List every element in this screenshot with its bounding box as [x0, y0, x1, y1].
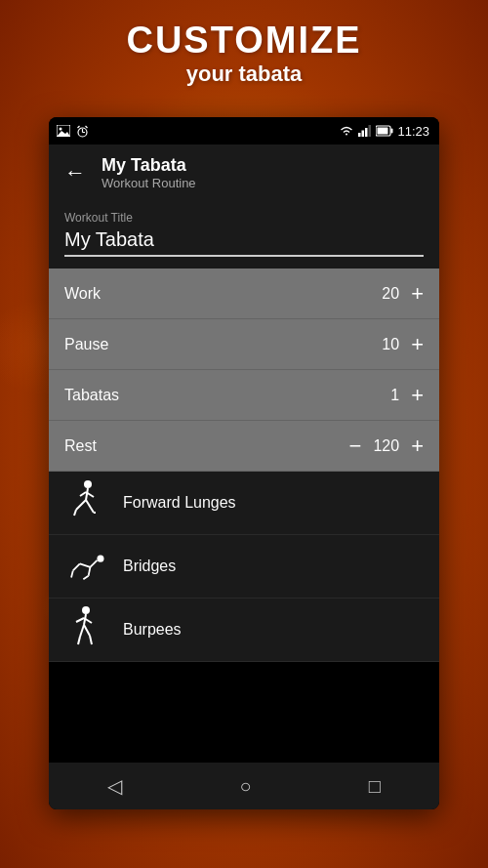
svg-rect-11 [369, 125, 372, 137]
app-bar-title: My Tabata [102, 155, 196, 176]
svg-line-25 [80, 563, 91, 567]
battery-icon [376, 125, 393, 137]
exercise-name-bridges: Bridges [123, 558, 176, 575]
bridges-icon [64, 545, 107, 588]
svg-rect-8 [358, 133, 361, 137]
rest-minus-button[interactable]: − [349, 434, 362, 459]
svg-rect-10 [365, 128, 368, 137]
rest-row: Rest − 120 + [49, 421, 439, 472]
app-bar-titles: My Tabata Workout Routine [102, 155, 196, 190]
svg-line-20 [76, 500, 86, 510]
exercise-name-burpees: Burpees [123, 621, 182, 639]
tabatas-plus-button[interactable]: + [411, 385, 424, 406]
exercise-item-burpees[interactable]: Burpees [49, 599, 439, 662]
nav-home-button[interactable]: ○ [239, 775, 251, 798]
svg-line-19 [86, 500, 94, 513]
svg-line-35 [84, 625, 90, 636]
status-bar-right: 11:23 [339, 124, 429, 139]
exercise-item-lunges[interactable]: Forward Lunges [49, 472, 439, 535]
svg-marker-2 [57, 131, 70, 137]
settings-section: Work 20 + Pause 10 + Tabatas 1 + Rest − [49, 269, 439, 472]
svg-rect-9 [362, 131, 365, 138]
hero-subtitle: your tabata [0, 62, 488, 87]
exercise-item-bridges[interactable]: Bridges [49, 535, 439, 599]
svg-point-1 [60, 128, 62, 131]
lunges-icon [64, 481, 107, 524]
pause-value: 10 [376, 336, 399, 353]
svg-rect-13 [378, 128, 388, 135]
back-button[interactable]: ← [64, 160, 86, 186]
title-section: Workout Title [49, 201, 439, 269]
app-bar-subtitle: Workout Routine [102, 176, 196, 190]
status-bar-left [57, 125, 89, 138]
tabatas-controls: 1 + [376, 385, 424, 406]
nav-back-button[interactable]: ◁ [107, 774, 122, 798]
workout-title-input[interactable] [64, 228, 424, 257]
wifi-icon [339, 125, 354, 137]
svg-point-23 [97, 555, 103, 561]
svg-rect-14 [391, 129, 393, 134]
work-controls: 20 + [376, 283, 424, 305]
signal-icon [358, 125, 372, 137]
svg-line-37 [90, 636, 92, 644]
work-plus-button[interactable]: + [411, 283, 424, 305]
pause-plus-button[interactable]: + [411, 334, 424, 355]
svg-line-34 [80, 625, 84, 637]
rest-value: 120 [373, 437, 399, 455]
rest-label: Rest [64, 437, 97, 455]
burpees-icon [64, 608, 107, 651]
svg-point-30 [82, 606, 90, 614]
pause-label: Pause [64, 336, 108, 353]
workout-title-label: Workout Title [64, 211, 424, 225]
hero-section: CUSTOMIZE your tabata [0, 20, 488, 87]
svg-line-22 [74, 510, 76, 516]
image-icon [57, 125, 70, 137]
work-row: Work 20 + [49, 269, 439, 319]
tabatas-label: Tabatas [64, 387, 119, 404]
tabatas-row: Tabatas 1 + [49, 370, 439, 421]
svg-line-28 [83, 575, 88, 579]
pause-controls: 10 + [376, 334, 424, 355]
hero-title: CUSTOMIZE [0, 20, 488, 62]
svg-line-7 [86, 126, 88, 128]
app-bar: ← My Tabata Workout Routine [49, 145, 439, 201]
exercise-list: Forward Lunges Bridges [49, 472, 439, 662]
work-value: 20 [376, 285, 399, 303]
status-bar: 11:23 [49, 117, 439, 145]
alarm-icon [76, 125, 89, 138]
svg-line-36 [78, 637, 80, 644]
svg-point-15 [84, 480, 92, 488]
svg-line-26 [89, 566, 91, 575]
rest-controls: − 120 + [349, 434, 424, 459]
svg-line-29 [71, 570, 73, 577]
rest-plus-button[interactable]: + [411, 435, 424, 457]
nav-bar: ◁ ○ □ [49, 763, 439, 809]
pause-row: Pause 10 + [49, 319, 439, 370]
work-label: Work [64, 285, 101, 303]
svg-line-18 [80, 492, 86, 496]
time-display: 11:23 [397, 124, 429, 139]
phone-frame: 11:23 ← My Tabata Workout Routine Workou… [49, 117, 439, 809]
svg-line-27 [73, 563, 80, 570]
tabatas-value: 1 [376, 387, 399, 404]
nav-recent-button[interactable]: □ [369, 775, 381, 798]
svg-line-33 [76, 618, 84, 622]
svg-line-24 [90, 559, 97, 566]
svg-line-6 [78, 126, 80, 128]
exercise-name-lunges: Forward Lunges [123, 494, 236, 512]
